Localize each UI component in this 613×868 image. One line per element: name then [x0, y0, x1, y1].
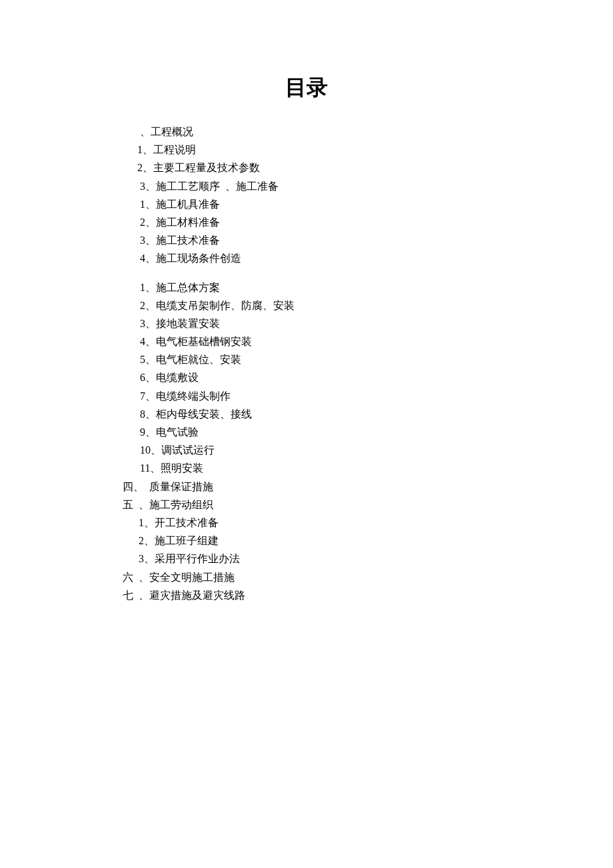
toc-item: 5、电气柜就位、安装 [123, 350, 613, 368]
toc-item: 6、电缆敷设 [123, 368, 613, 386]
spacer [123, 268, 613, 278]
toc-item: 1、工程说明 [123, 141, 613, 159]
toc-item: 1、施工机具准备 [123, 195, 613, 213]
toc-item: 4、电气柜基础槽钢安装 [123, 332, 613, 350]
toc-item: 8、柜内母线安装、接线 [123, 405, 613, 423]
toc-item: 1、开工技术准备 [123, 514, 613, 532]
toc-item: 2、施工班子组建 [123, 532, 613, 550]
toc-item: 1、施工总体方案 [123, 278, 613, 296]
toc-item: 10、调试试运行 [123, 441, 613, 459]
toc-item: 11、照明安装 [123, 459, 613, 477]
toc-item: 3、采用平行作业办法 [123, 550, 613, 568]
toc-item: 2、电缆支吊架制作、防腐、安装 [123, 296, 613, 314]
toc-item: 、工程概况 [123, 123, 613, 141]
toc-item: 3、施工工艺顺序 、施工准备 [123, 177, 613, 195]
toc-item: 2、主要工程量及技术参数 [123, 159, 613, 177]
toc-item: 9、电气试验 [123, 423, 613, 441]
toc-item: 五 、施工劳动组织 [123, 496, 613, 514]
document-title: 目录 [0, 73, 613, 103]
toc-item: 六 、安全文明施工措施 [123, 568, 613, 586]
toc-item: 七 、避灾措施及避灾线路 [123, 586, 613, 604]
toc-item: 4、施工现场条件创造 [123, 249, 613, 267]
toc-item: 3、施工技术准备 [123, 231, 613, 249]
toc-item: 3、接地装置安装 [123, 314, 613, 332]
toc-item: 2、施工材料准备 [123, 213, 613, 231]
toc-item: 四、 质量保证措施 [123, 478, 613, 496]
toc-item: 7、电缆终端头制作 [123, 387, 613, 405]
table-of-contents: 、工程概况1、工程说明2、主要工程量及技术参数 3、施工工艺顺序 、施工准备 1… [0, 123, 613, 604]
